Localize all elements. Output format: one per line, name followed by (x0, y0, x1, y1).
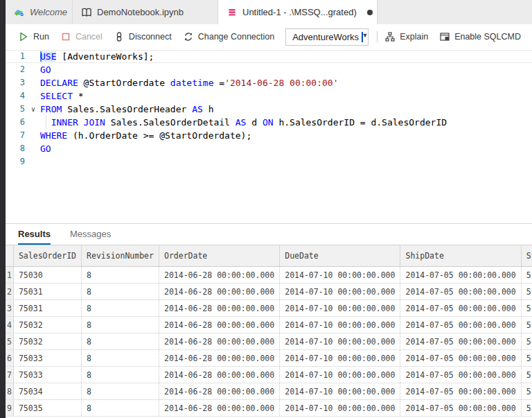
tab-messages[interactable]: Messages (70, 229, 111, 245)
grid-cell[interactable]: 2014-07-10 00:00:00.000 (280, 317, 400, 333)
grid-cell[interactable]: 75032 (13, 317, 81, 333)
grid-cell[interactable]: 8 (82, 284, 159, 300)
grid-cell[interactable]: 2014-06-28 00:00:00.000 (159, 284, 279, 300)
sql-editor[interactable]: 1USE [AdventureWorks];2GO3DECLARE @Start… (6, 49, 532, 223)
grid-cell[interactable]: 8 (82, 317, 159, 333)
grid-cell[interactable]: 8 (82, 267, 159, 284)
grid-cell[interactable]: 5 (521, 267, 532, 284)
grid-row-number[interactable]: 9 (6, 400, 13, 417)
grid-cell[interactable]: 2014-06-28 00:00:00.000 (159, 350, 279, 367)
grid-cell[interactable]: 2014-06-28 00:00:00.000 (159, 383, 279, 400)
grid-cell[interactable]: 8 (82, 300, 159, 317)
grid-cell[interactable]: 8 (82, 350, 159, 367)
grid-cell[interactable]: 2014-06-28 00:00:00.000 (159, 333, 279, 350)
grid-cell[interactable]: 2014-07-05 00:00:00.000 (400, 350, 521, 367)
grid-column-header[interactable]: St (521, 245, 532, 267)
grid-row-number[interactable]: 1 (6, 267, 13, 284)
grid-cell[interactable]: 2014-07-10 00:00:00.000 (280, 383, 400, 400)
grid-row-number[interactable]: 3 (6, 300, 13, 317)
grid-cell[interactable]: 75033 (13, 367, 81, 383)
grid-cell[interactable]: 5 (521, 400, 532, 417)
grid-column-header[interactable]: ShipDate (400, 245, 521, 267)
explain-button[interactable]: Explain (384, 31, 428, 42)
grid-cell[interactable]: 5 (521, 333, 532, 350)
grid-cell[interactable]: 75031 (13, 300, 81, 317)
grid-cell[interactable]: 8 (82, 400, 159, 417)
grid-cell[interactable]: 75031 (13, 284, 81, 300)
run-button[interactable]: Run (18, 31, 49, 42)
grid-cell[interactable]: 8 (82, 383, 159, 400)
grid-cell[interactable]: 2014-07-10 00:00:00.000 (280, 333, 400, 350)
tab-welcome[interactable]: Welcome (6, 0, 73, 24)
database-dropdown[interactable]: AdventureWorks ▼ (285, 28, 369, 46)
grid-cell[interactable]: 5 (521, 300, 532, 317)
editor-line[interactable]: 9 (6, 155, 532, 168)
grid-cell[interactable]: 2014-07-05 00:00:00.000 (400, 367, 521, 383)
grid-row-number[interactable]: 2 (6, 284, 13, 300)
grid-cell[interactable]: 5 (521, 383, 532, 400)
grid-row-number[interactable]: 8 (6, 383, 13, 400)
grid-cell[interactable]: 2014-07-05 00:00:00.000 (400, 317, 521, 333)
grid-cell[interactable]: 2014-06-28 00:00:00.000 (159, 267, 279, 284)
code-line-content[interactable] (40, 155, 532, 168)
grid-cell[interactable]: 2014-07-10 00:00:00.000 (280, 400, 400, 417)
grid-column-header[interactable]: OrderDate (159, 245, 279, 267)
disconnect-button[interactable]: Disconnect (114, 31, 172, 42)
editor-line[interactable]: 2GO (6, 63, 532, 76)
grid-cell[interactable]: 2014-07-10 00:00:00.000 (280, 284, 400, 300)
code-line-content[interactable]: INNER JOIN Sales.SalesOrderDetail AS d O… (40, 116, 532, 129)
code-line-content[interactable]: SELECT * (40, 89, 532, 103)
grid-cell[interactable]: 2014-07-10 00:00:00.000 (280, 350, 400, 367)
grid-row-number[interactable]: 6 (6, 350, 13, 367)
grid-column-header[interactable]: DueDate (280, 245, 400, 267)
grid-cell[interactable]: 2014-07-05 00:00:00.000 (400, 267, 521, 284)
editor-line[interactable]: 3DECLARE @StartOrderdate datetime ='2014… (6, 76, 532, 89)
cancel-button[interactable]: Cancel (60, 31, 103, 42)
code-line-content[interactable]: GO (40, 142, 532, 155)
grid-cell[interactable]: 5 (521, 317, 532, 333)
grid-cell[interactable]: 2014-07-05 00:00:00.000 (400, 400, 521, 417)
grid-cell[interactable]: 2014-07-10 00:00:00.000 (280, 367, 400, 383)
grid-corner-header[interactable] (6, 245, 13, 267)
grid-cell[interactable]: 5 (521, 350, 532, 367)
editor-line[interactable]: 4SELECT * (6, 89, 532, 103)
grid-cell[interactable]: 2014-07-05 00:00:00.000 (400, 383, 521, 400)
grid-cell[interactable]: 2014-07-10 00:00:00.000 (280, 267, 400, 284)
tab-untitled-sql[interactable]: Untitled-1 - .\MSSQ...grated) (218, 0, 378, 24)
grid-cell[interactable]: 2014-07-10 00:00:00.000 (280, 300, 400, 317)
grid-column-header[interactable]: SalesOrderID (13, 245, 81, 267)
grid-cell[interactable]: 75030 (13, 267, 81, 284)
code-line-content[interactable]: DECLARE @StartOrderdate datetime ='2014-… (40, 76, 532, 89)
grid-cell[interactable]: 75033 (13, 350, 81, 367)
code-line-content[interactable]: USE [AdventureWorks]; (40, 51, 532, 62)
grid-cell[interactable]: 2014-06-28 00:00:00.000 (159, 300, 279, 317)
grid-cell[interactable]: 2014-06-28 00:00:00.000 (159, 317, 279, 333)
grid-cell[interactable]: 5 (521, 367, 532, 383)
code-line-content[interactable]: WHERE (h.OrderDate >= @StartOrderdate); (40, 129, 532, 142)
change-connection-button[interactable]: Change Connection (183, 31, 275, 42)
grid-cell[interactable]: 5 (521, 284, 532, 300)
grid-cell[interactable]: 8 (82, 367, 159, 383)
grid-cell[interactable]: 2014-07-05 00:00:00.000 (400, 300, 521, 317)
grid-cell[interactable]: 75034 (13, 383, 81, 400)
editor-line[interactable]: 5∨FROM Sales.SalesOrderHeader AS h (6, 103, 532, 116)
grid-row-number[interactable]: 5 (6, 333, 13, 350)
grid-cell[interactable]: 8 (82, 333, 159, 350)
editor-line[interactable]: 6 INNER JOIN Sales.SalesOrderDetail AS d… (6, 116, 532, 129)
grid-row-number[interactable]: 7 (6, 367, 13, 383)
grid-cell[interactable]: 2014-07-05 00:00:00.000 (400, 284, 521, 300)
fold-chevron-icon[interactable]: ∨ (26, 103, 40, 116)
grid-cell[interactable]: 2014-07-05 00:00:00.000 (400, 333, 521, 350)
grid-cell[interactable]: 2014-06-28 00:00:00.000 (159, 400, 279, 417)
dirty-indicator-dot[interactable] (367, 10, 373, 15)
grid-column-header[interactable]: RevisionNumber (82, 245, 159, 267)
editor-line[interactable]: 7WHERE (h.OrderDate >= @StartOrderdate); (6, 129, 532, 142)
grid-row-number[interactable]: 4 (6, 317, 13, 333)
grid-cell[interactable]: 75032 (13, 333, 81, 350)
editor-line[interactable]: 1USE [AdventureWorks]; (6, 50, 532, 63)
tab-demonotebook[interactable]: DemoNotebook.ipynb (73, 0, 218, 24)
editor-line[interactable]: 8GO (6, 142, 532, 155)
grid-cell[interactable]: 75035 (13, 400, 81, 417)
code-line-content[interactable]: GO (40, 63, 532, 76)
enable-sqlcmd-button[interactable]: Enable SQLCMD (439, 31, 521, 42)
